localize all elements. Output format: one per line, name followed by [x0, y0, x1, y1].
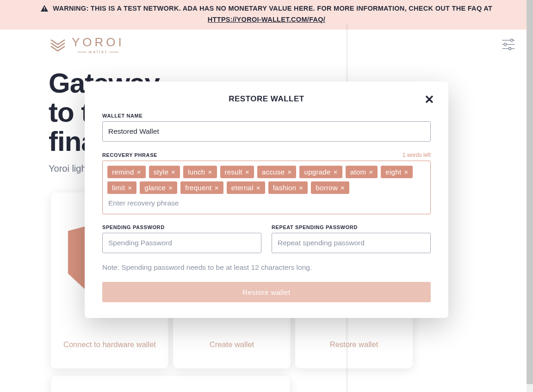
recovery-word-chip[interactable]: fashion×: [268, 181, 308, 194]
recovery-phrase-label: RECOVERY PHRASE: [102, 152, 157, 158]
repeat-password-group: REPEAT SPENDING PASSWORD: [272, 224, 431, 253]
chip-word: style: [154, 168, 168, 176]
recovery-phrase-input[interactable]: [107, 197, 426, 209]
chip-remove-icon[interactable]: ×: [137, 168, 141, 175]
wallet-name-group: WALLET NAME: [102, 113, 431, 142]
chip-remove-icon[interactable]: ×: [245, 168, 249, 175]
chip-remove-icon[interactable]: ×: [299, 184, 303, 191]
spending-password-input[interactable]: [102, 233, 261, 253]
repeat-password-label: REPEAT SPENDING PASSWORD: [272, 224, 431, 230]
chip-word: fashion: [273, 184, 296, 192]
chip-word: eternal: [231, 184, 254, 192]
recovery-phrase-box[interactable]: remind×style×lunch×result×accuse×upgrade…: [102, 161, 431, 214]
chip-word: borrow: [316, 184, 338, 192]
wallet-name-label: WALLET NAME: [102, 113, 431, 118]
chip-remove-icon[interactable]: ×: [341, 184, 345, 191]
spending-password-group: SPENDING PASSWORD: [102, 224, 261, 253]
restore-wallet-button[interactable]: Restore wallet: [102, 282, 431, 302]
chip-word: result: [225, 168, 242, 176]
chip-word: lunch: [188, 168, 205, 176]
chip-remove-icon[interactable]: ×: [171, 168, 175, 175]
chip-word: upgrade: [304, 168, 330, 176]
recovery-word-chip[interactable]: style×: [149, 166, 180, 178]
chip-remove-icon[interactable]: ×: [128, 184, 132, 191]
chip-remove-icon[interactable]: ×: [215, 184, 219, 191]
recovery-word-chip[interactable]: atom×: [346, 166, 378, 178]
recovery-word-chip[interactable]: eight×: [381, 166, 413, 178]
recovery-word-chip[interactable]: eternal×: [227, 181, 265, 194]
chip-remove-icon[interactable]: ×: [256, 184, 260, 191]
chip-remove-icon[interactable]: ×: [287, 168, 291, 175]
spending-password-label: SPENDING PASSWORD: [102, 224, 261, 230]
password-row: SPENDING PASSWORD REPEAT SPENDING PASSWO…: [102, 224, 431, 253]
recovery-word-chip[interactable]: glance×: [140, 181, 177, 194]
chip-word: accuse: [262, 168, 285, 176]
modal-title: RESTORE WALLET: [102, 94, 431, 104]
chip-remove-icon[interactable]: ×: [369, 168, 373, 175]
repeat-password-input[interactable]: [272, 233, 431, 253]
chip-word: frequent: [185, 184, 211, 192]
wallet-name-input[interactable]: [102, 121, 431, 142]
chip-remove-icon[interactable]: ×: [404, 168, 408, 175]
chip-word: eight: [385, 168, 401, 176]
recovery-word-chip[interactable]: lunch×: [183, 166, 217, 178]
recovery-word-chip[interactable]: limit×: [107, 181, 136, 194]
modal-overlay: RESTORE WALLET ✕ WALLET NAME RECOVERY PH…: [0, 0, 533, 392]
chip-word: limit: [112, 184, 125, 192]
words-left-counter: 1 words left: [403, 152, 431, 158]
recovery-word-chip[interactable]: upgrade×: [299, 166, 342, 178]
chip-word: glance: [144, 184, 166, 192]
chip-remove-icon[interactable]: ×: [334, 168, 338, 175]
restore-wallet-modal: RESTORE WALLET ✕ WALLET NAME RECOVERY PH…: [85, 81, 448, 318]
chip-remove-icon[interactable]: ×: [168, 184, 173, 191]
chip-word: atom: [350, 168, 366, 176]
password-note: Note: Spending password needs to be at l…: [102, 263, 431, 272]
chip-remove-icon[interactable]: ×: [208, 168, 212, 175]
close-icon[interactable]: ✕: [424, 93, 434, 106]
recovery-word-chip[interactable]: accuse×: [257, 166, 296, 178]
recovery-word-chip[interactable]: remind×: [107, 166, 146, 178]
recovery-word-chip[interactable]: borrow×: [311, 181, 349, 194]
recovery-word-chip[interactable]: frequent×: [180, 181, 223, 194]
chip-word: remind: [112, 168, 134, 176]
recovery-phrase-group: RECOVERY PHRASE 1 words left remind×styl…: [102, 152, 431, 214]
recovery-word-chip[interactable]: result×: [220, 166, 254, 178]
